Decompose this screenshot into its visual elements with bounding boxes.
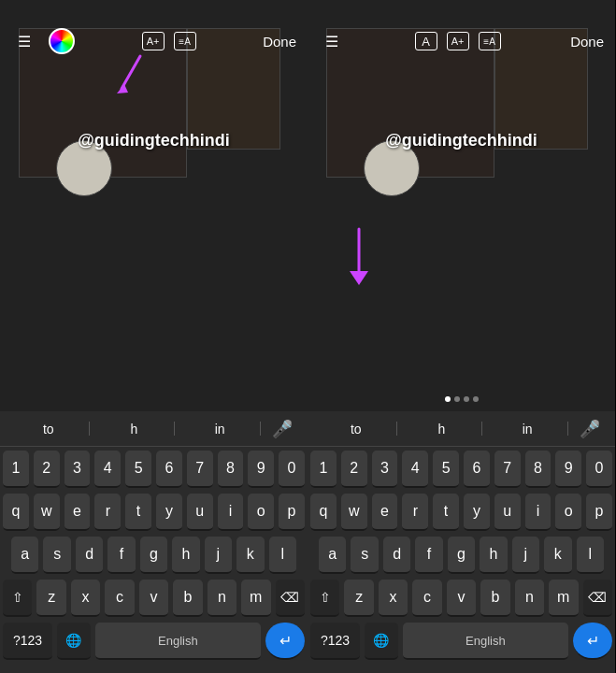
key2-g[interactable]: g xyxy=(448,537,475,574)
key-l[interactable]: l xyxy=(269,537,296,574)
key-4[interactable]: 4 xyxy=(94,451,121,488)
key-q[interactable]: q xyxy=(3,494,29,531)
key2-3[interactable]: 3 xyxy=(372,451,398,488)
sym-key-1[interactable]: ?123 xyxy=(3,623,52,660)
key2-c[interactable]: c xyxy=(412,580,441,617)
key-5[interactable]: 5 xyxy=(125,451,151,488)
key-x[interactable]: x xyxy=(71,580,100,617)
key2-j[interactable]: j xyxy=(512,537,539,574)
key2-e[interactable]: e xyxy=(372,494,398,531)
key-f[interactable]: f xyxy=(107,537,135,574)
key2-s[interactable]: s xyxy=(351,537,378,574)
key-3[interactable]: 3 xyxy=(64,451,91,488)
key2-z[interactable]: z xyxy=(344,580,373,617)
key-2[interactable]: 2 xyxy=(34,451,60,488)
key-d[interactable]: d xyxy=(76,537,103,574)
hamburger-icon-2[interactable]: ☰ xyxy=(319,28,345,54)
backspace-key-1[interactable]: ⌫ xyxy=(276,580,305,617)
key2-a[interactable]: a xyxy=(319,537,346,574)
globe-key-2[interactable]: 🌐 xyxy=(365,623,397,660)
hamburger-icon-1[interactable]: ☰ xyxy=(11,28,37,54)
mic-button-1[interactable]: 🎤 xyxy=(265,415,300,443)
key-k[interactable]: k xyxy=(236,537,264,574)
key-b[interactable]: b xyxy=(173,580,202,617)
key2-4[interactable]: 4 xyxy=(402,451,428,488)
shift-key-2[interactable]: ⇧ xyxy=(310,580,339,617)
key-c[interactable]: c xyxy=(105,580,134,617)
space-key-2[interactable]: English xyxy=(403,623,568,660)
text-size-icon-1[interactable]: A+ xyxy=(142,32,165,50)
suggestion-2-1[interactable]: h xyxy=(401,418,483,440)
key-7[interactable]: 7 xyxy=(187,451,213,488)
key2-l[interactable]: l xyxy=(577,537,604,574)
text-align-icon-2[interactable]: ≡A xyxy=(479,32,501,50)
done-button-1[interactable]: Done xyxy=(263,34,296,50)
globe-key-1[interactable]: 🌐 xyxy=(57,623,90,660)
key-p[interactable]: p xyxy=(279,494,305,531)
key-w[interactable]: w xyxy=(34,494,60,531)
suggestion-1-1[interactable]: h xyxy=(93,418,176,440)
done-button-2[interactable]: Done xyxy=(570,34,604,50)
key2-6[interactable]: 6 xyxy=(464,451,490,488)
text-align-icon-1[interactable]: ≡A xyxy=(174,32,196,50)
key-z[interactable]: z xyxy=(36,580,65,617)
key-y[interactable]: y xyxy=(156,494,182,531)
key2-7[interactable]: 7 xyxy=(494,451,521,488)
enter-key-2[interactable]: ↵ xyxy=(573,623,612,660)
key2-0[interactable]: 0 xyxy=(586,451,612,488)
key2-r[interactable]: r xyxy=(402,494,428,531)
suggestion-1-0[interactable]: to xyxy=(7,418,90,440)
key-t[interactable]: t xyxy=(125,494,151,531)
suggestion-2-2[interactable]: in xyxy=(486,418,568,440)
key2-b[interactable]: b xyxy=(480,580,509,617)
key-0[interactable]: 0 xyxy=(279,451,305,488)
color-picker-circle[interactable] xyxy=(49,28,75,54)
key2-k[interactable]: k xyxy=(544,537,571,574)
key-g[interactable]: g xyxy=(140,537,167,574)
key2-y[interactable]: y xyxy=(464,494,490,531)
text-icon-2[interactable]: A xyxy=(415,32,437,50)
key2-o[interactable]: o xyxy=(555,494,581,531)
key-8[interactable]: 8 xyxy=(218,451,244,488)
key2-h[interactable]: h xyxy=(480,537,507,574)
key-r[interactable]: r xyxy=(94,494,121,531)
key-m[interactable]: m xyxy=(241,580,270,617)
key-u[interactable]: u xyxy=(187,494,213,531)
key-j[interactable]: j xyxy=(205,537,232,574)
key2-m[interactable]: m xyxy=(549,580,578,617)
shift-key-1[interactable]: ⇧ xyxy=(3,580,32,617)
mic-button-2[interactable]: 🎤 xyxy=(572,415,608,443)
key2-w[interactable]: w xyxy=(341,494,367,531)
key-n[interactable]: n xyxy=(208,580,236,617)
key-6[interactable]: 6 xyxy=(156,451,182,488)
key2-v[interactable]: v xyxy=(447,580,476,617)
key-h[interactable]: h xyxy=(172,537,199,574)
key-9[interactable]: 9 xyxy=(248,451,274,488)
space-key-1[interactable]: English xyxy=(95,623,261,660)
key2-n[interactable]: n xyxy=(515,580,544,617)
key2-1[interactable]: 1 xyxy=(310,451,337,488)
suggestion-1-2[interactable]: in xyxy=(179,418,261,440)
key2-u[interactable]: u xyxy=(494,494,521,531)
key2-d[interactable]: d xyxy=(383,537,410,574)
enter-key-1[interactable]: ↵ xyxy=(265,623,305,660)
backspace-key-2[interactable]: ⌫ xyxy=(583,580,612,617)
key2-q[interactable]: q xyxy=(310,494,337,531)
key2-i[interactable]: i xyxy=(525,494,552,531)
key2-8[interactable]: 8 xyxy=(525,451,552,488)
key-v[interactable]: v xyxy=(139,580,168,617)
key2-2[interactable]: 2 xyxy=(341,451,367,488)
key2-t[interactable]: t xyxy=(433,494,459,531)
sym-key-2[interactable]: ?123 xyxy=(310,623,360,660)
key-1[interactable]: 1 xyxy=(3,451,29,488)
key-e[interactable]: e xyxy=(64,494,91,531)
suggestion-2-0[interactable]: to xyxy=(315,418,397,440)
key2-9[interactable]: 9 xyxy=(555,451,581,488)
key-s[interactable]: s xyxy=(43,537,70,574)
key2-x[interactable]: x xyxy=(379,580,408,617)
key2-p[interactable]: p xyxy=(586,494,612,531)
key-a[interactable]: a xyxy=(11,537,38,574)
key-o[interactable]: o xyxy=(248,494,274,531)
text-size-icon-2[interactable]: A+ xyxy=(447,32,469,50)
key-i[interactable]: i xyxy=(218,494,244,531)
